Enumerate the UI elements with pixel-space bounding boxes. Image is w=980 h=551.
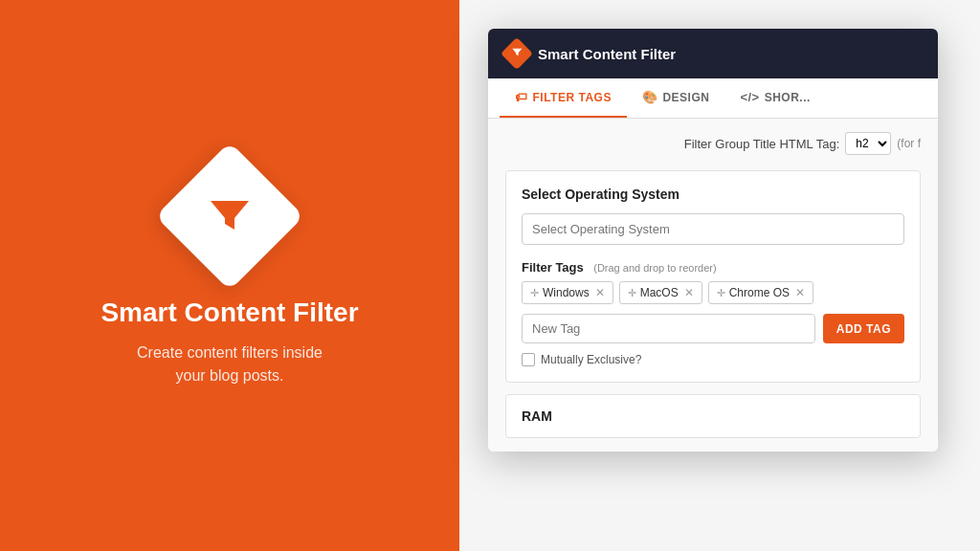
header-funnel-icon bbox=[511, 45, 523, 62]
html-tag-select[interactable]: h2 h3 h4 bbox=[845, 132, 891, 155]
new-tag-row: ADD TAG bbox=[522, 314, 904, 343]
plugin-body: Filter Group Title HTML Tag: h2 h3 h4 (f… bbox=[488, 119, 938, 452]
plugin-tabs: 🏷 FILTER TAGS 🎨 DESIGN </> SHOR... bbox=[488, 78, 938, 119]
mutually-exclusive-label: Mutually Exclusive? bbox=[541, 353, 641, 366]
tab-design[interactable]: 🎨 DESIGN bbox=[627, 78, 725, 118]
filter-tags-label: Filter Tags bbox=[522, 260, 584, 275]
filter-group-card-2: RAM bbox=[505, 394, 921, 438]
app-subtitle: Create content filters inside your blog … bbox=[137, 342, 323, 387]
filter-group-card-1: Select Operating System Filter Tags (Dra… bbox=[505, 170, 921, 383]
tab-filter-tags[interactable]: 🏷 FILTER TAGS bbox=[500, 78, 627, 118]
remove-chromeos[interactable]: ✕ bbox=[795, 286, 805, 299]
tags-list: ✛ Windows ✕ ✛ MacOS ✕ ✛ Chrome OS ✕ bbox=[522, 281, 904, 304]
tag-label-macos: MacOS bbox=[640, 286, 679, 299]
filter-group-title-row: Filter Group Title HTML Tag: h2 h3 h4 (f… bbox=[505, 132, 921, 155]
tab-shortcode[interactable]: </> SHOR... bbox=[724, 78, 825, 118]
remove-macos[interactable]: ✕ bbox=[684, 286, 694, 299]
tag-label-windows: Windows bbox=[543, 286, 590, 299]
logo-diamond bbox=[155, 142, 304, 291]
filter-group-hint: (for f bbox=[897, 137, 921, 150]
drag-handle-windows: ✛ bbox=[530, 287, 539, 299]
filter-tags-hint: (Drag and drop to reorder) bbox=[593, 262, 716, 274]
add-tag-button[interactable]: ADD TAG bbox=[823, 314, 904, 343]
plugin-header: Smart Content Filter bbox=[488, 29, 938, 78]
left-panel: Smart Content Filter Create content filt… bbox=[0, 0, 459, 551]
plugin-window: Smart Content Filter 🏷 FILTER TAGS 🎨 DES… bbox=[488, 29, 938, 452]
filter-tags-header: Filter Tags (Drag and drop to reorder) bbox=[522, 258, 904, 276]
mutually-exclusive-checkbox[interactable] bbox=[522, 353, 535, 366]
filter-group-title-label: Filter Group Title HTML Tag: bbox=[684, 137, 840, 151]
tag-chip-windows[interactable]: ✛ Windows ✕ bbox=[522, 281, 613, 304]
tag-label-chromeos: Chrome OS bbox=[729, 286, 790, 299]
tag-icon: 🏷 bbox=[515, 90, 528, 104]
right-panel: Smart Content Filter 🏷 FILTER TAGS 🎨 DES… bbox=[459, 0, 980, 551]
filter-group-name-1: Select Operating System bbox=[522, 187, 904, 202]
app-title: Smart Content Filter bbox=[100, 298, 358, 328]
tag-chip-macos[interactable]: ✛ MacOS ✕ bbox=[619, 281, 702, 304]
new-tag-input[interactable] bbox=[522, 314, 815, 343]
drag-handle-chromeos: ✛ bbox=[717, 287, 725, 299]
filter-group-name-2: RAM bbox=[522, 408, 904, 424]
plugin-title: Smart Content Filter bbox=[538, 46, 676, 62]
design-icon: 🎨 bbox=[642, 90, 658, 104]
plugin-header-icon bbox=[501, 37, 533, 70]
drag-handle-macos: ✛ bbox=[628, 287, 636, 299]
logo-icon bbox=[205, 191, 255, 241]
mutually-exclusive-row: Mutually Exclusive? bbox=[522, 353, 904, 366]
code-icon: </> bbox=[740, 90, 759, 104]
tag-chip-chromeos[interactable]: ✛ Chrome OS ✕ bbox=[708, 281, 813, 304]
os-select-input[interactable] bbox=[522, 213, 904, 245]
remove-windows[interactable]: ✕ bbox=[595, 286, 605, 299]
